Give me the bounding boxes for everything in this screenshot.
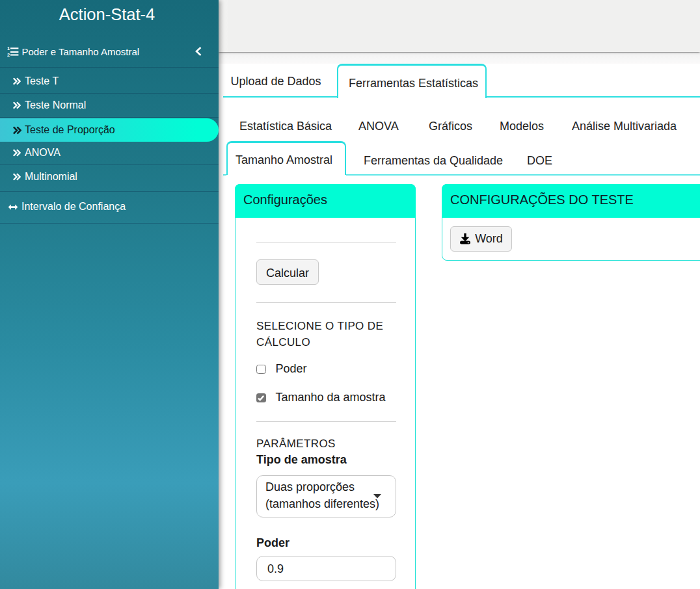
svg-text:2: 2 [7,52,10,57]
svg-text:1: 1 [7,46,10,51]
